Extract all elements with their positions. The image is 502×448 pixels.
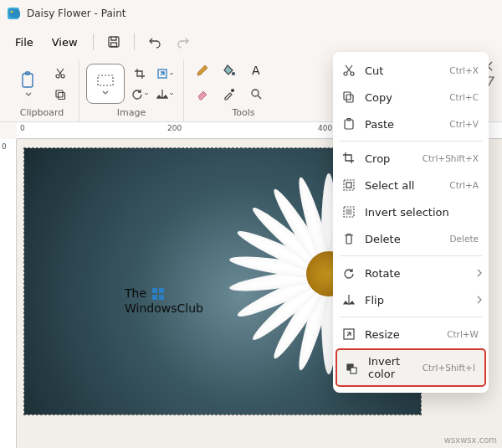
context-menu-label: Cut xyxy=(365,64,441,77)
svg-point-6 xyxy=(56,75,59,78)
svg-rect-27 xyxy=(346,183,351,188)
undo-button[interactable] xyxy=(141,30,168,54)
svg-point-14 xyxy=(232,90,234,92)
svg-rect-24 xyxy=(345,120,353,129)
context-menu-select-all[interactable]: Select allCtrl+A xyxy=(333,172,489,198)
svg-point-1 xyxy=(11,11,13,13)
svg-point-12 xyxy=(233,73,235,75)
context-menu-label: Invert color xyxy=(368,355,414,380)
fill-tool[interactable] xyxy=(218,61,241,80)
copy-button[interactable] xyxy=(49,85,72,104)
context-menu-crop[interactable]: CropCtrl+Shift+X xyxy=(333,145,489,172)
context-menu-label: Delete xyxy=(365,233,442,245)
vertical-ruler: 0 xyxy=(0,139,17,448)
svg-rect-22 xyxy=(344,92,351,100)
ruler-tick: 200 xyxy=(167,124,182,132)
context-menu-cut[interactable]: CutCtrl+X xyxy=(333,57,489,84)
select-tool-button[interactable] xyxy=(86,64,125,104)
cut-button[interactable] xyxy=(49,64,72,82)
context-menu-separator xyxy=(340,317,482,317)
context-menu-rotate[interactable]: Rotate xyxy=(333,260,489,286)
svg-text:A: A xyxy=(252,64,260,77)
resize-button[interactable] xyxy=(153,64,177,83)
context-menu-label: Invert selection xyxy=(365,206,479,219)
invert-selection-icon xyxy=(341,204,356,219)
rotate-button[interactable] xyxy=(128,85,151,103)
context-menu-label: Resize xyxy=(365,328,438,341)
ruler-tick: 0 xyxy=(2,142,7,151)
ribbon-group-label: Clipboard xyxy=(20,107,64,121)
chevron-right-icon xyxy=(477,269,482,277)
context-menu-invert-selection[interactable]: Invert selection xyxy=(333,198,489,225)
invert-color-icon xyxy=(345,360,360,375)
magnifier-tool[interactable] xyxy=(244,85,268,103)
context-menu-resize[interactable]: ResizeCtrl+W xyxy=(333,321,489,348)
select-all-icon xyxy=(341,178,356,193)
windows-logo-icon xyxy=(152,288,164,300)
context-menu-shortcut: Ctrl+V xyxy=(449,119,479,129)
context-menu-shortcut: Ctrl+Shift+I xyxy=(423,363,475,373)
delete-icon xyxy=(341,231,356,246)
svg-rect-4 xyxy=(23,74,33,87)
crop-icon xyxy=(341,151,356,166)
context-menu-delete[interactable]: DeleteDelete xyxy=(333,225,489,252)
flip-button[interactable] xyxy=(153,85,177,103)
crop-button[interactable] xyxy=(128,64,151,83)
resize-icon xyxy=(341,327,356,342)
context-menu-shortcut: Ctrl+C xyxy=(449,92,479,102)
menu-separator xyxy=(134,33,135,50)
pencil-tool[interactable] xyxy=(191,61,214,80)
ribbon-group-label: Tools xyxy=(232,107,254,121)
text-tool[interactable]: A xyxy=(244,61,268,80)
svg-rect-3 xyxy=(110,43,116,47)
title-bar: Daisy Flower - Paint xyxy=(0,0,502,27)
ribbon-group-label: Image xyxy=(117,107,146,121)
flip-icon xyxy=(341,292,356,307)
cut-icon xyxy=(341,63,356,78)
eraser-tool[interactable] xyxy=(191,85,214,103)
ribbon-group-image: Image xyxy=(79,60,183,121)
menu-view[interactable]: View xyxy=(44,33,86,52)
menu-separator xyxy=(93,33,94,50)
paste-button[interactable] xyxy=(12,64,45,104)
context-menu-paste[interactable]: PasteCtrl+V xyxy=(333,111,489,137)
ribbon-group-clipboard: Clipboard xyxy=(5,60,79,121)
context-menu-separator xyxy=(340,141,482,142)
brand-watermark: The WindowsClub xyxy=(125,286,203,316)
chevron-down-icon xyxy=(102,90,109,95)
svg-rect-23 xyxy=(346,95,353,102)
svg-rect-10 xyxy=(98,75,113,85)
svg-rect-17 xyxy=(159,288,164,293)
redo-button[interactable] xyxy=(170,30,197,54)
color-picker-tool[interactable] xyxy=(218,85,241,103)
svg-rect-19 xyxy=(159,295,164,300)
svg-rect-16 xyxy=(152,288,157,293)
context-menu-invert-color[interactable]: Invert colorCtrl+Shift+I xyxy=(336,349,485,386)
context-menu-label: Paste xyxy=(365,118,441,131)
svg-point-7 xyxy=(61,75,64,78)
chevron-down-icon xyxy=(25,92,32,96)
context-menu-shortcut: Ctrl+Shift+X xyxy=(423,153,479,163)
context-menu-label: Rotate xyxy=(365,267,479,280)
context-menu-label: Copy xyxy=(365,91,441,104)
app-logo-icon xyxy=(7,7,20,20)
svg-rect-8 xyxy=(56,90,63,97)
svg-rect-29 xyxy=(346,209,351,214)
svg-point-15 xyxy=(252,90,259,96)
paste-icon xyxy=(341,116,356,131)
context-menu-shortcut: Ctrl+W xyxy=(447,329,479,339)
context-menu-flip[interactable]: Flip xyxy=(333,286,489,313)
context-menu-shortcut: Ctrl+X xyxy=(449,65,479,75)
ribbon-group-tools: A Tools xyxy=(183,60,303,121)
context-menu-label: Flip xyxy=(365,294,479,306)
save-button[interactable] xyxy=(100,30,127,54)
svg-rect-26 xyxy=(344,180,354,190)
context-menu-copy[interactable]: CopyCtrl+C xyxy=(333,84,489,111)
window-title: Daisy Flower - Paint xyxy=(27,8,126,19)
context-menu-label: Select all xyxy=(365,179,441,192)
context-menu-label: Crop xyxy=(365,152,414,165)
svg-rect-9 xyxy=(59,93,65,100)
context-menu: CutCtrl+XCopyCtrl+CPasteCtrl+VCropCtrl+S… xyxy=(333,52,489,393)
rotate-icon xyxy=(341,265,356,281)
menu-file[interactable]: File xyxy=(7,33,42,52)
